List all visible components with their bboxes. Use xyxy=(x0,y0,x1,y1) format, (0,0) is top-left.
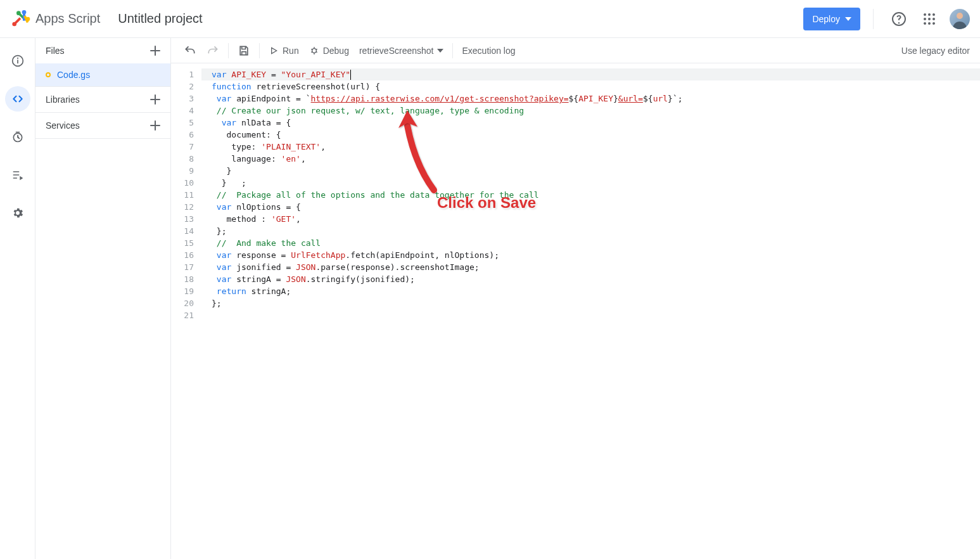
svg-point-10 xyxy=(932,18,935,20)
help-icon[interactable] xyxy=(886,6,912,32)
svg-point-2 xyxy=(22,10,27,15)
svg-point-1 xyxy=(16,11,21,15)
files-sidebar: Files Code.gs Libraries Services xyxy=(35,38,171,559)
svg-point-9 xyxy=(928,18,931,20)
gear-icon xyxy=(11,207,24,219)
libraries-section: Libraries xyxy=(35,87,170,113)
execution-log-label: Execution log xyxy=(462,46,515,56)
code-line[interactable]: // And make the call xyxy=(201,237,980,249)
svg-rect-15 xyxy=(17,60,18,63)
files-header: Files xyxy=(35,38,170,63)
libraries-label: Libraries xyxy=(46,94,80,105)
deploy-button[interactable]: Deploy xyxy=(803,8,860,30)
code-line[interactable]: var nlOptions = { xyxy=(201,201,980,213)
code-line[interactable]: var stringA = JSON.stringify(jsonified); xyxy=(201,273,980,285)
code-content[interactable]: var API_KEY = "Your_API_KEY"function ret… xyxy=(201,63,980,559)
chevron-down-icon xyxy=(845,17,851,21)
svg-point-6 xyxy=(928,13,931,16)
code-line[interactable]: var response = UrlFetchApp.fetch(apiEndp… xyxy=(201,249,980,261)
divider xyxy=(452,43,453,58)
add-file-icon[interactable] xyxy=(148,43,163,58)
code-line[interactable]: }; xyxy=(201,297,980,309)
header-right: Deploy xyxy=(803,6,970,32)
executions-icon xyxy=(11,169,24,181)
divider xyxy=(228,43,229,58)
rail-executions[interactable] xyxy=(5,162,30,188)
divider xyxy=(873,9,874,29)
rail-triggers[interactable] xyxy=(5,124,30,150)
code-line[interactable]: }; xyxy=(201,225,980,237)
save-icon xyxy=(238,44,250,57)
code-line[interactable]: return stringA; xyxy=(201,285,980,297)
code-line[interactable]: var jsonified = JSON.parse(response).scr… xyxy=(201,261,980,273)
svg-point-12 xyxy=(928,22,931,25)
svg-point-0 xyxy=(12,22,16,26)
svg-point-7 xyxy=(932,13,935,16)
services-label: Services xyxy=(46,120,80,131)
save-button[interactable] xyxy=(232,41,255,61)
code-line[interactable]: document: { xyxy=(201,129,980,141)
legacy-editor-link[interactable]: Use legacy editor xyxy=(901,46,972,56)
apps-grid-icon[interactable] xyxy=(917,6,942,32)
rail-settings[interactable] xyxy=(5,200,30,226)
libraries-header: Libraries xyxy=(35,87,170,112)
play-icon xyxy=(269,46,279,56)
add-library-icon[interactable] xyxy=(148,92,163,107)
debug-label: Debug xyxy=(323,46,349,56)
deploy-label: Deploy xyxy=(812,14,840,24)
svg-point-8 xyxy=(924,18,926,20)
code-line[interactable]: // Package all of the options and the da… xyxy=(201,189,980,201)
svg-point-5 xyxy=(924,13,926,16)
project-title[interactable]: Untitled project xyxy=(118,11,202,26)
code-line[interactable]: } ; xyxy=(201,177,980,189)
svg-point-16 xyxy=(16,58,18,59)
function-selected: retrieveScreenshot xyxy=(359,46,434,56)
divider xyxy=(259,43,260,58)
function-selector[interactable]: retrieveScreenshot xyxy=(354,46,449,56)
info-icon xyxy=(11,55,24,67)
code-line[interactable]: var API_KEY = "Your_API_KEY" xyxy=(201,68,980,80)
line-gutter: 123456789101112131415161718192021 xyxy=(171,63,201,559)
add-service-icon[interactable] xyxy=(148,118,163,133)
execution-log-button[interactable]: Execution log xyxy=(457,41,520,61)
debug-icon xyxy=(309,46,319,56)
code-icon xyxy=(11,93,24,105)
apps-script-logo-icon xyxy=(10,9,30,29)
services-section: Services xyxy=(35,113,170,139)
svg-point-13 xyxy=(932,22,935,25)
svg-point-18 xyxy=(312,48,316,53)
files-label: Files xyxy=(46,46,65,56)
user-avatar[interactable] xyxy=(950,9,970,29)
code-editor[interactable]: 123456789101112131415161718192021 var AP… xyxy=(171,63,980,559)
services-header: Services xyxy=(35,113,170,138)
run-label: Run xyxy=(283,46,299,56)
code-line[interactable]: method : 'GET', xyxy=(201,213,980,225)
debug-button[interactable]: Debug xyxy=(304,41,354,61)
code-line[interactable]: function retrieveScreenshot(url) { xyxy=(201,80,980,93)
code-line[interactable]: language: 'en', xyxy=(201,153,980,165)
chevron-down-icon xyxy=(437,49,443,53)
code-line[interactable]: // Create our json request, w/ text, lan… xyxy=(201,105,980,117)
redo-icon xyxy=(207,44,219,57)
main-area: Files Code.gs Libraries Services xyxy=(0,38,980,559)
unsaved-indicator-icon xyxy=(46,72,51,77)
logo-area: Apps Script xyxy=(10,9,100,29)
clock-icon xyxy=(11,131,24,143)
rail-overview[interactable] xyxy=(5,48,30,74)
svg-point-3 xyxy=(26,16,30,21)
brand-name: Apps Script xyxy=(35,11,100,26)
undo-icon xyxy=(184,44,196,57)
redo-button[interactable] xyxy=(201,41,224,61)
file-item-code-gs[interactable]: Code.gs xyxy=(35,63,170,86)
editor-area: Run Debug retrieveScreenshot Execution l… xyxy=(171,38,980,559)
files-section: Files Code.gs xyxy=(35,38,170,87)
code-line[interactable]: } xyxy=(201,165,980,177)
code-line[interactable]: var apiEndpoint = `https://api.rasterwis… xyxy=(201,93,980,105)
undo-button[interactable] xyxy=(179,41,201,61)
code-line[interactable]: type: 'PLAIN_TEXT', xyxy=(201,141,980,153)
code-line[interactable]: var nlData = { xyxy=(201,117,980,129)
run-button[interactable]: Run xyxy=(264,41,304,61)
rail-editor[interactable] xyxy=(5,86,30,112)
svg-point-11 xyxy=(924,22,926,25)
app-header: Apps Script Untitled project Deploy xyxy=(0,0,980,38)
